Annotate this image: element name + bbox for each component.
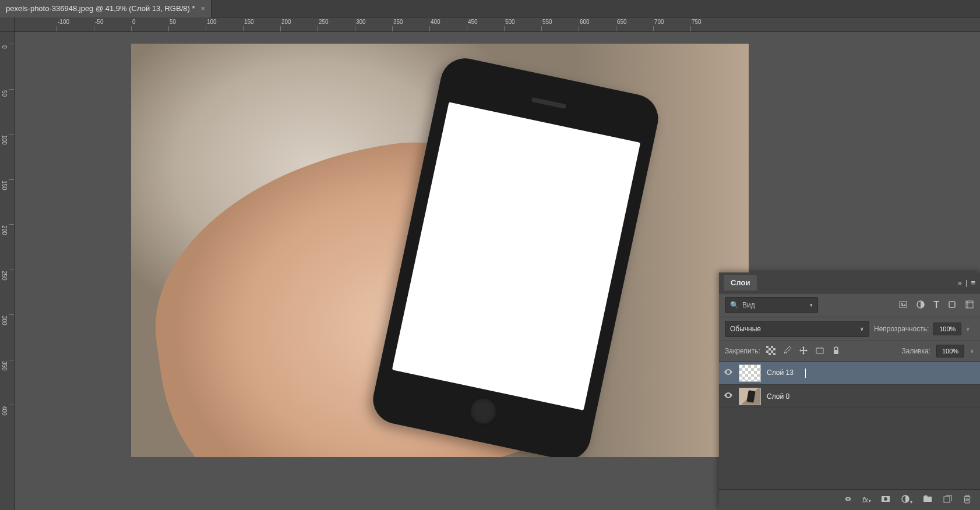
ruler-h-tick: 250: [318, 17, 329, 32]
layer-thumbnail[interactable]: [739, 364, 761, 382]
ruler-horizontal[interactable]: -100-50050100150200250300350400450500550…: [15, 17, 980, 32]
layer-name-label[interactable]: Слой 13: [767, 369, 806, 378]
link-layers-icon[interactable]: [842, 494, 852, 505]
svg-point-11: [884, 497, 887, 501]
lock-position-icon[interactable]: [799, 346, 808, 357]
ruler-h-tick: 200: [280, 17, 291, 32]
ruler-h-tick: 50: [168, 17, 176, 32]
chevron-down-icon[interactable]: ∨: [970, 348, 974, 354]
ruler-h-tick: 700: [653, 17, 664, 32]
layers-panel: Слои » | ≡ 🔍 Вид ▾ T Обычные: [719, 272, 980, 510]
svg-rect-9: [834, 350, 838, 354]
ruler-v-tick: 250: [0, 270, 15, 282]
svg-rect-8: [816, 348, 823, 353]
blend-mode-value: Обычные: [730, 325, 761, 333]
chevron-down-icon: ∨: [860, 326, 864, 332]
layer-list[interactable]: Слой 13Слой 0: [719, 362, 980, 489]
chevron-down-icon[interactable]: ∨: [966, 326, 970, 332]
ruler-vertical[interactable]: 050100150200250300350400: [0, 32, 15, 510]
layer-fx-icon[interactable]: fx▾: [862, 495, 870, 504]
lock-all-icon[interactable]: [831, 346, 841, 357]
lock-artboard-icon[interactable]: [815, 346, 824, 357]
lock-brush-icon[interactable]: [782, 346, 792, 357]
ruler-v-tick: 100: [0, 134, 15, 146]
layers-tab[interactable]: Слои: [724, 275, 757, 291]
close-icon[interactable]: ×: [200, 4, 205, 13]
filter-smartobject-icon[interactable]: [965, 300, 974, 311]
ruler-h-tick: 450: [467, 17, 478, 32]
ruler-h-tick: 650: [616, 17, 627, 32]
ruler-h-tick: -50: [94, 17, 103, 32]
ruler-h-tick: 150: [243, 17, 254, 32]
filter-type-icon[interactable]: T: [933, 300, 939, 311]
document-tab[interactable]: pexels-photo-336948.jpeg @ 41,9% (Слой 1…: [0, 0, 211, 17]
ruler-h-tick: 500: [504, 17, 515, 32]
ruler-h-tick: 600: [579, 17, 590, 32]
filter-adjustment-icon[interactable]: [916, 300, 925, 311]
ruler-v-tick: 200: [0, 224, 15, 236]
layer-row[interactable]: Слой 0: [719, 385, 980, 408]
text-cursor: [805, 369, 806, 378]
document-tab-title: pexels-photo-336948.jpeg @ 41,9% (Слой 1…: [6, 4, 195, 13]
phone-speaker: [531, 97, 566, 109]
layers-panel-footer: fx▾ ▾: [719, 489, 980, 510]
ruler-h-tick: 100: [206, 17, 217, 32]
ruler-h-tick: 400: [429, 17, 440, 32]
visibility-eye-icon[interactable]: [724, 367, 733, 378]
svg-rect-3: [949, 302, 955, 307]
svg-point-1: [901, 303, 903, 304]
ruler-h-tick: -100: [57, 17, 69, 32]
layer-group-icon[interactable]: [923, 494, 932, 505]
document-tab-bar: pexels-photo-336948.jpeg @ 41,9% (Слой 1…: [0, 0, 980, 17]
ruler-v-tick: 150: [0, 179, 15, 192]
ruler-h-tick: 0: [131, 17, 136, 32]
layer-kind-filter[interactable]: 🔍 Вид ▾: [725, 297, 818, 313]
panel-tab-strip: Слои » | ≡: [719, 272, 980, 293]
delete-layer-icon[interactable]: [963, 494, 972, 505]
svg-rect-4: [966, 301, 973, 308]
filter-shape-icon[interactable]: [947, 300, 957, 311]
ruler-v-tick: 0: [0, 44, 15, 50]
panel-divider: |: [965, 278, 967, 287]
ruler-v-tick: 300: [0, 314, 15, 327]
lock-transparency-icon[interactable]: [766, 346, 775, 357]
blend-mode-select[interactable]: Обычные ∨: [725, 321, 869, 337]
ruler-h-tick: 750: [690, 17, 701, 32]
layer-filter-row: 🔍 Вид ▾ T: [719, 293, 980, 317]
workspace: -100-50050100150200250300350400450500550…: [0, 17, 980, 510]
adjustment-layer-icon[interactable]: ▾: [901, 494, 912, 505]
chevron-down-icon: ▾: [810, 302, 813, 308]
blend-opacity-row: Обычные ∨ Непрозрачность: 100% ∨: [719, 317, 980, 341]
ruler-h-tick: 350: [392, 17, 403, 32]
ruler-v-tick: 400: [0, 405, 15, 417]
ruler-v-tick: 350: [0, 360, 15, 372]
ruler-h-tick: 550: [541, 17, 552, 32]
opacity-label: Непрозрачность:: [874, 325, 929, 333]
new-layer-icon[interactable]: [943, 494, 952, 505]
layer-name-label[interactable]: Слой 0: [767, 392, 789, 401]
collapse-panel-icon[interactable]: »: [958, 278, 962, 287]
lock-fill-row: Закрепить: Заливка: 100% ∨: [719, 341, 980, 362]
canvas-document[interactable]: [131, 44, 749, 457]
svg-rect-5: [766, 346, 775, 355]
layer-mask-icon[interactable]: [881, 494, 890, 505]
ruler-h-tick: 300: [355, 17, 366, 32]
lock-label: Закрепить:: [725, 347, 760, 355]
visibility-eye-icon[interactable]: [724, 391, 733, 402]
opacity-input[interactable]: 100%: [933, 323, 961, 335]
svg-rect-13: [944, 497, 950, 502]
layer-thumbnail[interactable]: [739, 388, 761, 405]
filter-pixel-icon[interactable]: [898, 300, 908, 311]
fill-label: Заливка:: [901, 347, 930, 355]
panel-menu-icon[interactable]: ≡: [971, 278, 975, 287]
svg-rect-0: [900, 302, 907, 307]
layer-kind-label: Вид: [742, 301, 755, 309]
ruler-origin[interactable]: [0, 17, 15, 32]
fill-input[interactable]: 100%: [936, 345, 964, 357]
layer-row[interactable]: Слой 13: [719, 362, 980, 385]
ruler-v-tick: 50: [0, 89, 15, 98]
search-icon: 🔍: [730, 301, 739, 309]
